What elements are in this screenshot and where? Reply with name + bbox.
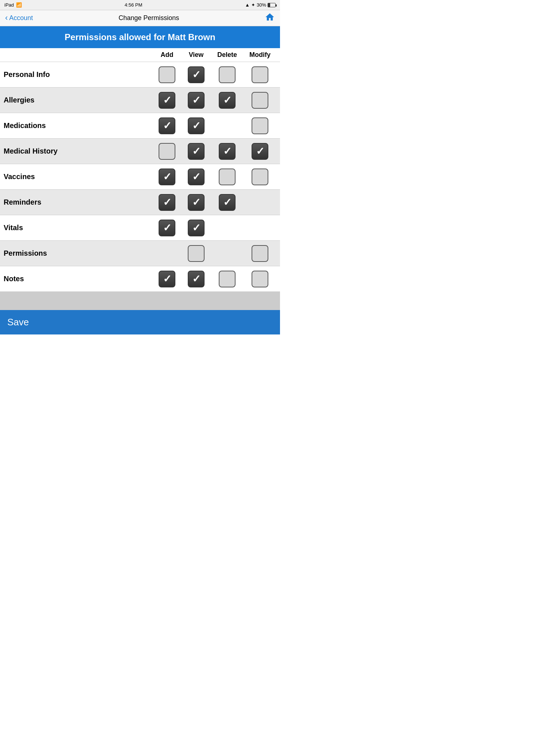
nav-title: Change Permissions: [118, 14, 179, 22]
battery-icon: [268, 3, 276, 7]
checkbox-add[interactable]: [159, 66, 175, 83]
location-icon: ▲: [245, 2, 250, 8]
checkbox-cell-modify: [244, 271, 276, 287]
table-row: Notes: [0, 266, 280, 292]
checkbox-cell-add: [152, 117, 182, 134]
checkbox-cell-view: [182, 271, 211, 287]
checkbox-cell-add: [152, 220, 182, 236]
checkbox-delete[interactable]: [219, 271, 236, 287]
table-row: Vaccines: [0, 164, 280, 190]
checkbox-cell-view: [182, 169, 211, 185]
checkbox-cell-delete: [211, 143, 244, 160]
checkbox-view[interactable]: [188, 66, 205, 83]
row-label: Allergies: [4, 96, 152, 104]
checkbox-cell-view: [182, 220, 211, 236]
checkbox-view[interactable]: [188, 245, 205, 262]
checkbox-view[interactable]: [188, 271, 205, 287]
back-label: Account: [9, 14, 33, 22]
table-row: Personal Info: [0, 62, 280, 88]
permissions-header: Permissions allowed for Matt Brown: [0, 26, 280, 48]
checkbox-cell-modify: [244, 92, 276, 109]
checkbox-cell-delete: [211, 117, 244, 134]
checkbox-view[interactable]: [188, 117, 205, 134]
checkbox-modify[interactable]: [252, 92, 268, 109]
checkbox-modify[interactable]: [252, 271, 268, 287]
checkbox-modify[interactable]: [252, 117, 268, 134]
checkbox-cell-view: [182, 66, 211, 83]
checkbox-delete[interactable]: [219, 92, 236, 109]
wifi-icon: 📶: [16, 2, 22, 8]
bluetooth-icon: ✦: [251, 2, 255, 8]
footer-bar: [0, 292, 280, 310]
nav-bar: ‹ Account Change Permissions: [0, 10, 280, 26]
checkbox-cell-delete: [211, 194, 244, 211]
checkbox-modify[interactable]: [252, 169, 268, 185]
home-button[interactable]: [265, 12, 275, 24]
checkbox-cell-modify: [244, 245, 276, 262]
col-view-label: View: [182, 51, 211, 59]
checkbox-cell-modify: [244, 143, 276, 160]
checkbox-modify[interactable]: [252, 66, 268, 83]
checkbox-modify[interactable]: [252, 143, 268, 160]
battery-percent: 30%: [257, 2, 266, 8]
checkbox-cell-delete: [211, 92, 244, 109]
checkbox-cell-modify: [244, 117, 276, 134]
checkbox-add[interactable]: [159, 92, 175, 109]
checkbox-add[interactable]: [159, 169, 175, 185]
checkbox-view[interactable]: [188, 194, 205, 211]
checkbox-modify[interactable]: [252, 245, 268, 262]
checkbox-cell-add: [152, 271, 182, 287]
checkbox-cell-modify: [244, 169, 276, 185]
table-row: Vitals: [0, 215, 280, 241]
row-label: Personal Info: [4, 70, 152, 79]
col-modify-label: Modify: [244, 51, 276, 59]
checkbox-cell-view: [182, 92, 211, 109]
checkbox-cell-add: [152, 194, 182, 211]
col-add-label: Add: [152, 51, 182, 59]
checkbox-add[interactable]: [159, 271, 175, 287]
checkbox-delete[interactable]: [219, 194, 236, 211]
row-label: Reminders: [4, 198, 152, 206]
table-row: Allergies: [0, 88, 280, 113]
checkbox-view[interactable]: [188, 220, 205, 236]
back-button[interactable]: ‹ Account: [5, 14, 33, 22]
checkbox-view[interactable]: [188, 92, 205, 109]
checkbox-delete[interactable]: [219, 66, 236, 83]
checkbox-cell-modify: [244, 194, 276, 211]
checkbox-delete[interactable]: [219, 143, 236, 160]
checkbox-delete[interactable]: [219, 169, 236, 185]
row-label: Vitals: [4, 224, 152, 232]
checkbox-cell-add: [152, 169, 182, 185]
checkbox-view[interactable]: [188, 169, 205, 185]
checkbox-cell-delete: [211, 220, 244, 236]
row-label: Medical History: [4, 147, 152, 155]
device-label: iPad: [4, 2, 14, 8]
status-right: ▲ ✦ 30%: [245, 2, 276, 8]
checkbox-cell-delete: [211, 66, 244, 83]
col-delete-label: Delete: [211, 51, 244, 59]
row-label: Permissions: [4, 249, 152, 258]
checkbox-cell-add: [152, 143, 182, 160]
checkbox-cell-add: [152, 245, 182, 262]
checkbox-cell-view: [182, 143, 211, 160]
save-button[interactable]: Save: [0, 310, 280, 334]
permissions-rows: Personal InfoAllergiesMedicationsMedical…: [0, 62, 280, 292]
checkbox-add[interactable]: [159, 117, 175, 134]
checkbox-cell-add: [152, 66, 182, 83]
row-label: Medications: [4, 121, 152, 130]
content-area: Permissions allowed for Matt Brown Add V…: [0, 26, 280, 334]
status-left: iPad 📶: [4, 2, 22, 8]
checkbox-cell-modify: [244, 220, 276, 236]
row-label: Vaccines: [4, 173, 152, 181]
table-row: Permissions: [0, 241, 280, 266]
table-row: Reminders: [0, 190, 280, 215]
checkbox-cell-delete: [211, 169, 244, 185]
checkbox-view[interactable]: [188, 143, 205, 160]
permissions-title: Permissions allowed for Matt Brown: [4, 32, 276, 42]
checkbox-add[interactable]: [159, 194, 175, 211]
status-time: 4:56 PM: [125, 2, 142, 8]
checkbox-cell-view: [182, 117, 211, 134]
row-label: Notes: [4, 275, 152, 283]
checkbox-add[interactable]: [159, 143, 175, 160]
checkbox-add[interactable]: [159, 220, 175, 236]
